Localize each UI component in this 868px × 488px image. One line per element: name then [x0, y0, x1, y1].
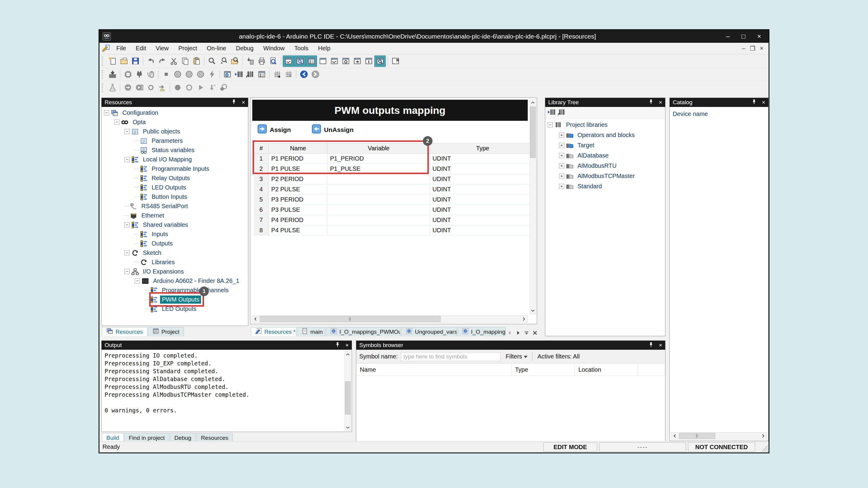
attach-library-icon[interactable]: [548, 108, 555, 117]
type-cell[interactable]: UDINT: [430, 225, 535, 235]
table-row[interactable]: 4P2 PULSEUDINT: [254, 184, 535, 195]
tree-expander-icon[interactable]: −: [124, 157, 130, 162]
options-window-button[interactable]: [340, 56, 351, 67]
symbols-column-location[interactable]: Location: [575, 364, 638, 376]
scroll-left-icon[interactable]: [252, 316, 259, 322]
quick-download-button[interactable]: [206, 69, 218, 80]
tree-item-libraries[interactable]: Libraries: [101, 258, 248, 267]
name-cell[interactable]: P1 PULSE: [269, 164, 328, 174]
tree-item-pwm-outputs[interactable]: PWM Outputs: [101, 295, 248, 304]
tree-item-standard[interactable]: +Standard: [545, 181, 665, 191]
symbols-column-type[interactable]: Type: [512, 364, 575, 376]
toolbar-grip[interactable]: [102, 70, 104, 79]
tree-item-project-libraries[interactable]: −Project libraries: [545, 120, 665, 130]
table-row[interactable]: 7P4 PERIODUDINT: [254, 215, 535, 225]
import-object-button[interactable]: [244, 56, 256, 67]
tab-scroll-right-icon[interactable]: [515, 330, 521, 336]
tree-item-led-outputs[interactable]: LED Outputs: [101, 304, 248, 314]
close-icon[interactable]: ×: [659, 342, 662, 349]
unassign-button[interactable]: UnAssign: [312, 124, 353, 135]
tree-item-rs485-serialport[interactable]: RS485 SerialPort: [101, 201, 248, 211]
tree-item-almodbusrtu[interactable]: +AlModbusRTU: [545, 161, 665, 171]
tree-expander-icon[interactable]: −: [124, 269, 130, 274]
menu-help[interactable]: Help: [313, 45, 335, 52]
library-window-button[interactable]: [306, 56, 317, 67]
output-window-button[interactable]: [363, 56, 374, 67]
tree-item-status-variables[interactable]: Status variables: [101, 145, 248, 155]
pin-icon[interactable]: [747, 99, 757, 106]
menu-view[interactable]: View: [151, 45, 174, 52]
find-window-button[interactable]: [374, 56, 386, 67]
simulator-button[interactable]: [107, 82, 118, 93]
print-button[interactable]: [256, 56, 267, 67]
menu-file[interactable]: File: [112, 45, 131, 52]
tab-i-o-mappings-pwmout[interactable]: I_O_mappings_PWMOut: [326, 327, 401, 336]
tree-expander-icon[interactable]: +: [559, 153, 564, 158]
code-generation-button[interactable]: [122, 69, 133, 80]
refresh-library-icon[interactable]: [558, 108, 566, 117]
loop-debug-button[interactable]: [218, 82, 229, 93]
type-cell[interactable]: UDINT: [430, 184, 535, 195]
name-cell[interactable]: P1 PERIOD: [269, 154, 328, 164]
maximize-button[interactable]: □: [740, 33, 747, 40]
variable-cell[interactable]: [328, 174, 430, 184]
table-row[interactable]: 6P3 PULSEUDINT: [254, 205, 535, 215]
tab-resources[interactable]: Resources: [102, 327, 147, 336]
tree-item-ethernet[interactable]: Ethernet: [101, 211, 248, 220]
tree-item-opta[interactable]: −Opta: [101, 118, 248, 127]
table-row[interactable]: 1P1 PERIODP1_PERIODUDINT: [254, 154, 535, 164]
tree-item-programmable-channels[interactable]: Programmable Channels: [101, 286, 248, 295]
communication-settings-button[interactable]: [145, 69, 156, 80]
menu-project[interactable]: Project: [174, 45, 202, 52]
type-cell[interactable]: UDINT: [430, 174, 535, 184]
tab-i-o-mapping[interactable]: I_O_mapping: [458, 327, 506, 336]
tree-item-target[interactable]: +Target: [545, 140, 665, 150]
target-3-button[interactable]: [195, 69, 206, 80]
tree-item-local-i-o-mapping[interactable]: −Local I/O Mapping: [101, 155, 248, 164]
tree-expander-icon[interactable]: −: [124, 250, 130, 255]
grid-view-button[interactable]: [283, 69, 294, 80]
tree-expander-icon[interactable]: −: [114, 120, 119, 125]
variable-cell[interactable]: [328, 195, 430, 205]
tree-expander-icon[interactable]: −: [135, 278, 140, 284]
step-into-button[interactable]: [133, 82, 145, 93]
target-2-button[interactable]: [183, 69, 195, 80]
name-cell[interactable]: P2 PERIOD: [269, 174, 328, 184]
tree-item-button-inputs[interactable]: Button Inputs: [101, 192, 248, 201]
table-row[interactable]: 8P4 PULSEUDINT: [254, 225, 535, 235]
scroll-up-icon[interactable]: [345, 351, 351, 358]
tree-item-sketch[interactable]: −Sketch: [101, 248, 248, 258]
tree-expander-icon[interactable]: +: [559, 173, 564, 178]
copy-button[interactable]: [179, 56, 191, 67]
output-vertical-scrollbar[interactable]: [344, 351, 351, 431]
project-window-button[interactable]: [283, 56, 294, 67]
tree-item-aldatabase[interactable]: +AlDatabase: [545, 150, 665, 161]
name-cell[interactable]: P3 PULSE: [269, 205, 328, 215]
target-1-button[interactable]: [172, 69, 183, 80]
tree-item-programmable-inputs[interactable]: Programmable Inputs: [101, 164, 248, 173]
variable-cell[interactable]: [328, 205, 430, 215]
tree-expander-icon[interactable]: −: [124, 129, 130, 134]
navigate-back-button[interactable]: [298, 69, 310, 80]
run-debug-button[interactable]: [195, 82, 206, 93]
tree-expander-icon[interactable]: +: [559, 184, 564, 189]
mdi-restore-button[interactable]: ❐: [748, 45, 757, 52]
oscilloscope-window-button[interactable]: [329, 56, 340, 67]
undo-button[interactable]: [145, 56, 156, 67]
pin-icon[interactable]: [330, 341, 341, 349]
tree-expander-icon[interactable]: +: [559, 143, 564, 148]
full-screen-button[interactable]: [390, 56, 401, 67]
step-down-button[interactable]: [206, 82, 218, 93]
tab-project[interactable]: Project: [148, 327, 184, 336]
close-icon[interactable]: ×: [762, 99, 765, 106]
type-cell[interactable]: UDINT: [430, 154, 535, 164]
mdi-minimize-button[interactable]: –: [739, 45, 748, 52]
tree-item-almodbustcpmaster[interactable]: +AlModbusTCPMaster: [545, 171, 665, 181]
scroll-right-icon[interactable]: [760, 432, 767, 439]
scroll-up-icon[interactable]: [530, 99, 536, 106]
tab-list-icon[interactable]: [523, 330, 530, 336]
name-cell[interactable]: P2 PULSE: [269, 184, 328, 195]
resize-grip[interactable]: [761, 445, 768, 452]
tree-item-configuration[interactable]: −Configuration: [101, 108, 248, 118]
menu-debug[interactable]: Debug: [231, 45, 258, 52]
